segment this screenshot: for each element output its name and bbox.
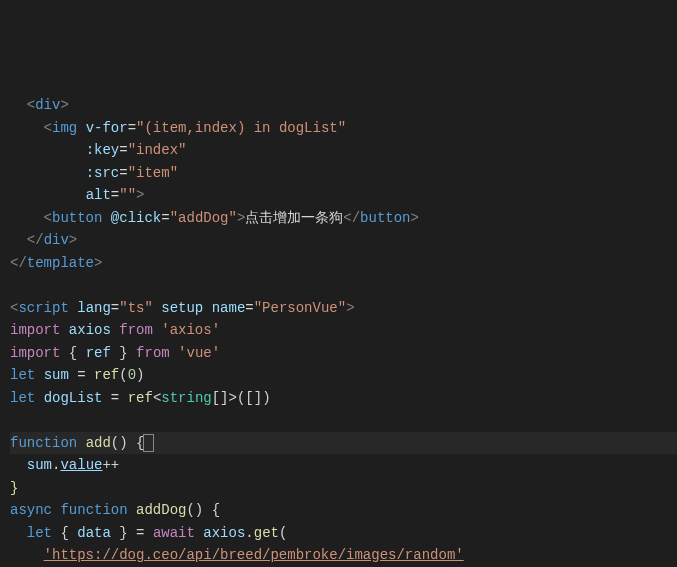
code-line: } (10, 477, 677, 500)
code-line: :src="item" (10, 162, 677, 185)
blank-line (10, 274, 677, 297)
code-editor[interactable]: <div> <img v-for="(item,index) in dogLis… (10, 94, 677, 567)
code-line: sum.value++ (10, 454, 677, 477)
code-line: <img v-for="(item,index) in dogList" (10, 117, 677, 140)
code-line: 'https://dog.ceo/api/breed/pembroke/imag… (10, 544, 677, 567)
code-line: let { data } = await axios.get( (10, 522, 677, 545)
code-line: <script lang="ts" setup name="PersonVue"… (10, 297, 677, 320)
code-line: <div> (10, 94, 677, 117)
code-line: </div> (10, 229, 677, 252)
code-line: <button @click="addDog">点击增加一条狗</button> (10, 207, 677, 230)
code-line: :key="index" (10, 139, 677, 162)
blank-line (10, 409, 677, 432)
code-line: let sum = ref(0) (10, 364, 677, 387)
cursor (144, 435, 152, 451)
code-line: import axios from 'axios' (10, 319, 677, 342)
code-line: async function addDog() { (10, 499, 677, 522)
code-line: alt=""> (10, 184, 677, 207)
code-line-active: function add() { (10, 432, 677, 455)
code-line: </template> (10, 252, 677, 275)
code-line: import { ref } from 'vue' (10, 342, 677, 365)
code-line: let dogList = ref<string[]>([]) (10, 387, 677, 410)
